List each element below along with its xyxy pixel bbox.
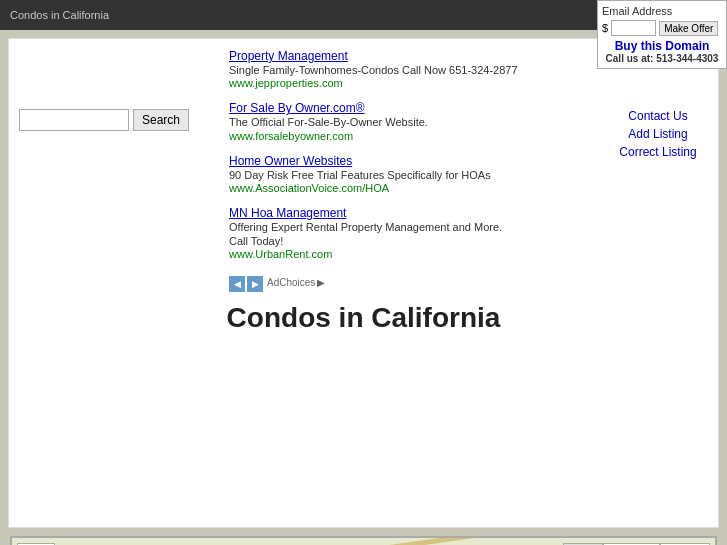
left-column: Search: [19, 49, 219, 292]
adchoices-label: AdChoices ▶: [267, 277, 325, 288]
nav-prev-arrow[interactable]: ◀: [229, 276, 245, 292]
two-column-layout: Search Property Management Single Family…: [19, 49, 708, 292]
nav-next-arrow[interactable]: ▶: [247, 276, 263, 292]
ad-item-3: Home Owner Websites 90 Day Risk Free Tri…: [229, 154, 598, 194]
email-label: Email Address: [602, 5, 722, 17]
ad-desc-4: Offering Expert Rental Property Manageme…: [229, 220, 598, 249]
ad-item-2: For Sale By Owner.com® The Official For-…: [229, 101, 598, 141]
search-input[interactable]: [19, 109, 129, 131]
site-title-link[interactable]: Condos in California: [10, 9, 109, 21]
main-container: Condos in California Search Property Man…: [0, 0, 727, 545]
ad-url-3: www.AssociationVoice.com/HOA: [229, 182, 598, 194]
content-area: Search Property Management Single Family…: [8, 38, 719, 528]
right-column: Contact Us Add Listing Correct Listing: [608, 49, 708, 292]
price-input[interactable]: [611, 20, 656, 36]
ad-item-4: MN Hoa Management Offering Expert Rental…: [229, 206, 598, 261]
ad-title-1[interactable]: Property Management: [229, 49, 598, 63]
domain-offer-box: Email Address $ Make Offer Buy this Doma…: [597, 0, 727, 69]
make-offer-button[interactable]: Make Offer: [659, 21, 718, 36]
ad-desc-2: The Official For-Sale-By-Owner Website.: [229, 115, 598, 129]
ad-title-4[interactable]: MN Hoa Management: [229, 206, 598, 220]
ad-title-3[interactable]: Home Owner Websites: [229, 154, 598, 168]
add-listing-link[interactable]: Add Listing: [608, 127, 708, 141]
search-box: Search: [19, 109, 219, 131]
adchoices-row: ◀ ▶ AdChoices ▶: [229, 272, 598, 292]
contact-us-link[interactable]: Contact Us: [608, 109, 708, 123]
ad-desc-1: Single Family-Townhomes-Condos Call Now …: [229, 63, 598, 77]
ad-title-2[interactable]: For Sale By Owner.com®: [229, 101, 598, 115]
ad-url-1: www.jepproperties.com: [229, 77, 598, 89]
dollar-sign: $: [602, 22, 608, 34]
search-button[interactable]: Search: [133, 109, 189, 131]
ad-item-1: Property Management Single Family-Townho…: [229, 49, 598, 89]
ad-url-2: www.forsalebyowner.com: [229, 130, 598, 142]
ads-column: Property Management Single Family-Townho…: [229, 49, 598, 292]
adchoices-icon: ▶: [317, 277, 325, 288]
correct-listing-link[interactable]: Correct Listing: [608, 145, 708, 159]
ad-url-4: www.UrbanRent.com: [229, 248, 598, 260]
ad-desc-3: 90 Day Risk Free Trial Features Specific…: [229, 168, 598, 182]
call-us-text: Call us at: 513-344-4303: [602, 53, 722, 64]
map-container: ▲ ◀ ▶ ▼ + − Map Satellite Hybrid 📍: [10, 536, 717, 545]
buy-domain-link[interactable]: Buy this Domain: [602, 39, 722, 53]
main-heading: Condos in California: [19, 302, 708, 334]
nav-arrows: ◀ ▶: [229, 276, 263, 292]
